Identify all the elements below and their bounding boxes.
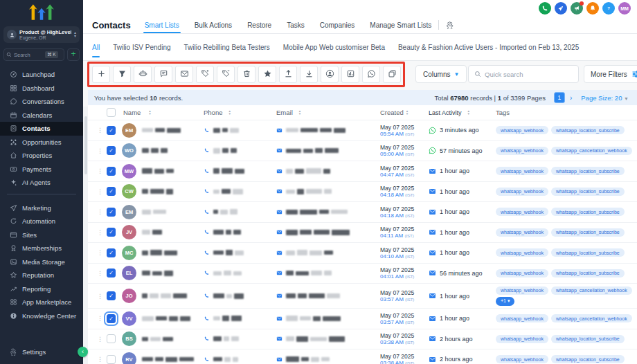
tag-pill[interactable]: whatsapp_webhook bbox=[496, 314, 548, 322]
user-avatar[interactable]: MM bbox=[618, 2, 631, 15]
contact-avatar[interactable]: CW bbox=[122, 184, 136, 199]
smart-list-tab-3[interactable]: Mobile App Web customiser Beta bbox=[283, 34, 385, 60]
sidebar-item-marketing[interactable]: Marketing bbox=[0, 201, 83, 215]
announce-icon[interactable] bbox=[571, 2, 583, 15]
sidebar-item-calendars[interactable]: Calendars bbox=[0, 109, 83, 122]
row-checkbox[interactable]: ✓ bbox=[107, 126, 116, 135]
tag-pill[interactable]: whatsapp_webhook bbox=[496, 188, 548, 196]
next-page-button[interactable]: › bbox=[570, 94, 572, 102]
contact-row[interactable]: ⋮✓VVMay 07 202503:57 AM (IST)1 hour agow… bbox=[88, 309, 637, 329]
sidebar-item-dashboard[interactable]: Dashboard bbox=[0, 82, 83, 95]
contact-avatar[interactable]: VV bbox=[122, 311, 136, 326]
contact-avatar[interactable]: MC bbox=[122, 246, 136, 260]
nav-tasks[interactable]: Tasks bbox=[287, 17, 305, 33]
tag-pill[interactable]: whatsapp_cancellation_webhook bbox=[551, 147, 632, 155]
add-to-favorites-button[interactable] bbox=[258, 66, 276, 83]
tag-pill[interactable]: whatsapp_webhook bbox=[496, 335, 548, 343]
smart-list-tab-4[interactable]: Beauty & Fashion Active Users - Imported… bbox=[398, 34, 579, 60]
vertical-scrollbar[interactable] bbox=[83, 107, 88, 364]
page-number-button[interactable]: 1 bbox=[554, 92, 565, 103]
quick-filter-button[interactable] bbox=[113, 66, 131, 83]
contact-row[interactable]: ⋮✓EMMay 07 202504:18 AM (IST)1 hour agow… bbox=[88, 202, 637, 223]
contact-avatar[interactable]: EM bbox=[122, 123, 136, 138]
phone-icon[interactable] bbox=[539, 2, 551, 15]
row-checkbox[interactable]: ✓ bbox=[107, 228, 116, 237]
sidebar-item-payments[interactable]: Payments bbox=[0, 163, 83, 176]
contact-row[interactable]: ⋮✓ELMay 07 202504:01 AM (IST)56 minutes … bbox=[88, 264, 637, 284]
merge-contacts-button[interactable] bbox=[321, 66, 339, 83]
tag-pill[interactable]: whatsapp_webhook bbox=[496, 286, 548, 295]
export-contacts-button[interactable] bbox=[279, 66, 297, 83]
sort-icon[interactable]: ▲▼ bbox=[148, 110, 151, 116]
tag-pill[interactable]: whatsapp_location_subscribe bbox=[551, 248, 625, 257]
column-header-phone[interactable]: Phone▲▼ bbox=[204, 109, 276, 116]
tag-pill[interactable]: whatsapp_location_subscribe bbox=[551, 188, 625, 196]
row-checkbox[interactable]: ✓ bbox=[107, 269, 116, 277]
sidebar-item-sites[interactable]: Sites bbox=[0, 228, 83, 242]
row-checkbox[interactable] bbox=[107, 334, 116, 343]
nav-restore[interactable]: Restore bbox=[247, 17, 271, 33]
send-email-button[interactable] bbox=[175, 66, 193, 83]
highlevel-logo-icon[interactable] bbox=[0, 0, 83, 25]
contact-avatar[interactable]: BS bbox=[122, 331, 136, 346]
sort-icon[interactable]: ▲▼ bbox=[228, 110, 231, 116]
sort-icon[interactable]: ▲▼ bbox=[298, 110, 301, 116]
sidebar-item-memberships[interactable]: Memberships bbox=[0, 242, 83, 255]
tag-pill[interactable]: whatsapp_webhook bbox=[496, 167, 548, 175]
sidebar-add-button[interactable]: + bbox=[67, 48, 80, 61]
nav-manage-smart-lists[interactable]: Manage Smart Lists bbox=[370, 17, 431, 33]
tag-pill[interactable]: whatsapp_webhook bbox=[496, 147, 548, 155]
tag-pill[interactable]: whatsapp_webhook bbox=[496, 228, 548, 237]
tag-pill[interactable]: whatsapp_webhook bbox=[496, 248, 548, 257]
contact-row[interactable]: ⋮RVMay 07 202503:38 AM (IST)2 hours agow… bbox=[88, 349, 637, 364]
row-checkbox[interactable]: ✓ bbox=[107, 146, 116, 155]
tag-pill[interactable]: whatsapp_location_subscribe bbox=[551, 228, 625, 237]
smart-list-settings-gear-icon[interactable] bbox=[446, 21, 454, 29]
sidebar-item-properties[interactable]: Properties bbox=[0, 149, 83, 163]
quick-search-input[interactable] bbox=[485, 71, 573, 78]
contact-avatar[interactable]: WO bbox=[122, 143, 136, 158]
smart-list-tab-1[interactable]: Twilio ISV Pending bbox=[113, 34, 170, 60]
send-sms-button[interactable] bbox=[154, 66, 172, 83]
drag-handle-icon[interactable]: ⋮ bbox=[97, 315, 107, 322]
sort-icon[interactable]: ▲▼ bbox=[467, 110, 470, 116]
tag-pill[interactable]: whatsapp_webhook bbox=[496, 208, 548, 216]
account-switcher[interactable]: Product @ HighLevel Eugene, OR ▴▾ bbox=[3, 26, 80, 43]
nav-smart-lists[interactable]: Smart Lists bbox=[145, 17, 179, 33]
contact-avatar[interactable]: EM bbox=[122, 205, 136, 219]
drag-handle-icon[interactable]: ⋮ bbox=[97, 270, 107, 277]
tag-pill[interactable]: whatsapp_location_subscribe bbox=[551, 269, 625, 277]
drag-handle-icon[interactable]: ⋮ bbox=[97, 249, 107, 256]
delete-contacts-button[interactable] bbox=[237, 66, 255, 83]
contact-row[interactable]: ⋮✓EMMay 07 202505:54 AM (IST)3 minutes a… bbox=[88, 120, 637, 141]
row-checkbox[interactable] bbox=[107, 355, 116, 364]
drag-handle-icon[interactable]: ⋮ bbox=[97, 147, 107, 154]
sidebar-item-automation[interactable]: Automation bbox=[0, 215, 83, 228]
tag-pill[interactable]: whatsapp_location_subscribe bbox=[551, 355, 625, 363]
tag-pill[interactable]: whatsapp_location_subscribe bbox=[551, 208, 625, 216]
row-checkbox[interactable]: ✓ bbox=[107, 187, 116, 196]
add-tag-button[interactable] bbox=[196, 66, 214, 83]
tag-pill[interactable]: whatsapp_cancellation_webhook bbox=[551, 314, 632, 322]
copy-contacts-button[interactable] bbox=[383, 66, 401, 83]
smart-list-tab-0[interactable]: All bbox=[92, 34, 100, 60]
contact-row[interactable]: ⋮✓MCMay 07 202504:10 AM (IST)1 hour agow… bbox=[88, 243, 637, 264]
more-tags-pill[interactable]: +1 ▾ bbox=[496, 297, 514, 306]
drag-handle-icon[interactable]: ⋮ bbox=[97, 127, 107, 134]
row-checkbox[interactable]: ✓ bbox=[107, 208, 116, 217]
add-to-company-button[interactable] bbox=[341, 66, 359, 83]
import-contacts-button[interactable] bbox=[300, 66, 318, 83]
sort-icon[interactable]: ▲▼ bbox=[406, 110, 409, 116]
sidebar-collapse-button[interactable]: ‹ bbox=[78, 347, 88, 357]
send-whatsapp-button[interactable] bbox=[362, 66, 380, 83]
sidebar-item-reporting[interactable]: Reporting bbox=[0, 282, 83, 296]
tag-pill[interactable]: whatsapp_location_subscribe bbox=[551, 167, 625, 175]
tag-pill[interactable]: whatsapp_cancellation_webhook bbox=[551, 286, 632, 295]
drag-handle-icon[interactable]: ⋮ bbox=[97, 208, 107, 215]
row-checkbox[interactable]: ✓ bbox=[107, 248, 116, 257]
contact-row[interactable]: ⋮✓WOMay 07 202505:00 AM (IST)57 minutes … bbox=[88, 141, 637, 162]
sidebar-item-app-marketplace[interactable]: App Marketplace bbox=[0, 295, 83, 309]
rocket-icon[interactable] bbox=[555, 2, 567, 15]
sidebar-item-conversations[interactable]: Conversations bbox=[0, 95, 83, 109]
scrollbar-thumb[interactable] bbox=[84, 116, 87, 174]
